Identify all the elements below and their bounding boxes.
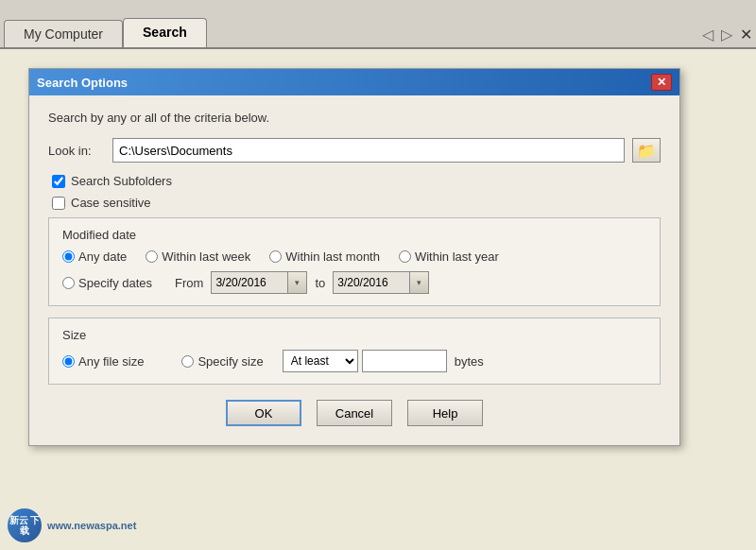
modified-date-legend: Modified date: [62, 228, 646, 242]
from-label: From: [175, 276, 203, 290]
main-area: Search Options ✕ Search by any or all of…: [0, 49, 756, 550]
date-range-row: Specify dates From ▾ to ▾: [62, 271, 646, 294]
to-date-input[interactable]: [334, 276, 409, 289]
from-date-input[interactable]: [212, 276, 287, 289]
cancel-button[interactable]: Cancel: [317, 400, 392, 426]
tab-nav-controls: ◁ ▷ ✕: [702, 26, 752, 47]
dialog-body: Search by any or all of the criteria bel…: [29, 95, 679, 445]
size-legend: Size: [62, 328, 646, 342]
from-date-field[interactable]: ▾: [211, 271, 307, 294]
browse-folder-button[interactable]: 📁: [632, 138, 661, 163]
radio-any-date[interactable]: Any date: [62, 249, 127, 264]
modified-date-section: Modified date Any date Within last week …: [48, 217, 661, 306]
look-in-label: Look in:: [48, 144, 105, 158]
help-button[interactable]: Help: [407, 400, 483, 426]
look-in-row: Look in: 📁: [48, 138, 661, 163]
date-radio-row-1: Any date Within last week Within last mo…: [62, 249, 646, 264]
size-value-input[interactable]: [362, 350, 447, 372]
next-tab-icon[interactable]: ▷: [721, 26, 732, 43]
radio-last-month[interactable]: Within last month: [269, 249, 380, 264]
size-section: Size Any file size Specify size At least…: [48, 318, 661, 385]
size-radio-row: Any file size Specify size At least At m…: [62, 350, 646, 372]
folder-icon: 📁: [637, 142, 656, 160]
tab-bar: My Computer Search ◁ ▷ ✕: [0, 0, 756, 49]
from-date-dropdown[interactable]: ▾: [287, 272, 306, 293]
dialog-title: Search Options: [37, 76, 128, 90]
radio-last-week[interactable]: Within last week: [146, 249, 250, 264]
case-sensitive-label[interactable]: Case sensitive: [71, 196, 151, 210]
search-subfolders-row: Search Subfolders: [48, 174, 661, 188]
case-sensitive-checkbox[interactable]: [52, 197, 65, 210]
to-date-dropdown[interactable]: ▾: [409, 272, 428, 293]
watermark: 新云 下载 www.newaspa.net: [8, 508, 136, 542]
to-label: to: [315, 276, 325, 290]
radio-any-size[interactable]: Any file size: [62, 354, 144, 369]
watermark-url: www.newaspa.net: [47, 520, 136, 531]
bytes-label: bytes: [455, 354, 484, 369]
search-options-dialog: Search Options ✕ Search by any or all of…: [28, 68, 680, 446]
radio-specify-dates[interactable]: Specify dates: [62, 276, 152, 290]
radio-specify-size[interactable]: Specify size: [181, 354, 263, 369]
dialog-close-button[interactable]: ✕: [651, 74, 672, 91]
tab-search[interactable]: Search: [123, 18, 207, 47]
case-sensitive-row: Case sensitive: [48, 196, 661, 210]
dialog-titlebar: Search Options ✕: [29, 69, 679, 95]
tab-my-computer[interactable]: My Computer: [4, 20, 123, 47]
look-in-input[interactable]: [112, 138, 625, 163]
to-date-field[interactable]: ▾: [333, 271, 429, 294]
prev-tab-icon[interactable]: ◁: [702, 26, 713, 43]
radio-last-year[interactable]: Within last year: [399, 249, 499, 264]
search-subfolders-checkbox[interactable]: [52, 175, 65, 188]
ok-button[interactable]: OK: [226, 400, 301, 426]
search-subfolders-label[interactable]: Search Subfolders: [71, 174, 172, 188]
size-qualifier-dropdown[interactable]: At least At most Exactly: [283, 350, 358, 372]
window-close-icon[interactable]: ✕: [740, 26, 752, 43]
watermark-logo: 新云 下载: [8, 508, 42, 542]
dialog-buttons: OK Cancel Help: [48, 400, 661, 426]
dialog-instruction: Search by any or all of the criteria bel…: [48, 111, 661, 125]
